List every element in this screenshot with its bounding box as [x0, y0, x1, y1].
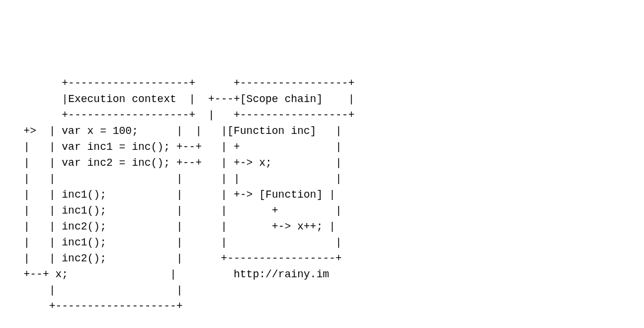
footer-url: http://rainy.im [233, 268, 329, 280]
exec-line: var x = 100; [55, 125, 138, 137]
border-line: +-------------------+ [24, 300, 183, 312]
title-row: | [24, 93, 68, 105]
scope-line: | [227, 173, 240, 185]
exec-line: var inc1 = inc(); [55, 141, 170, 153]
scope-chain-title: [Scope chain] [240, 93, 322, 105]
exec-line: inc1(); [55, 205, 106, 217]
scope-line: +-> x; [227, 157, 272, 169]
exec-line: inc1(); [55, 189, 106, 201]
scope-line: [Function inc] [227, 125, 316, 137]
pointer-marker: +> | [24, 125, 55, 137]
exec-line: x; [49, 268, 68, 280]
scope-line: +-> [Function] [227, 189, 323, 201]
scope-line: + [227, 141, 240, 153]
scope-line: + [227, 205, 278, 217]
exec-line: inc1(); [55, 237, 106, 248]
ascii-diagram: +-------------------+ +-----------------… [24, 76, 620, 314]
exec-context-title: Execution context [68, 93, 177, 105]
scope-line: +-> x++; [227, 221, 323, 232]
exec-line: inc2(); [55, 221, 106, 232]
exec-line: var inc2 = inc(); [55, 157, 170, 169]
border-line: +-------------------+ +-----------------… [24, 77, 355, 89]
exec-line: inc2(); [55, 252, 106, 264]
border-line: +-------------------+ | +---------------… [24, 109, 355, 121]
